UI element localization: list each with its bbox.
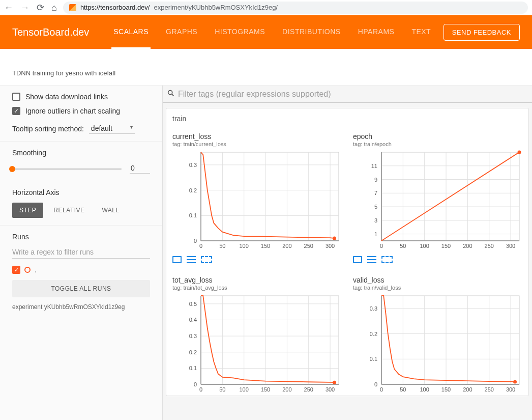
svg-text:100: 100: [420, 243, 429, 249]
charts-grid: current_loss tag: train/current_loss 00.…: [172, 132, 522, 396]
send-feedback-button[interactable]: SEND FEEDBACK: [444, 24, 520, 41]
checkbox-ignore-outliers[interactable]: [12, 107, 20, 115]
input-smoothing-value[interactable]: 0: [130, 164, 150, 174]
svg-text:0.4: 0.4: [189, 317, 197, 323]
row-ignore-outliers[interactable]: Ignore outliers in chart scaling: [12, 107, 150, 115]
sidebar-section-general: Show data download links Ignore outliers…: [0, 86, 162, 142]
run-item[interactable]: ✓ .: [12, 266, 150, 274]
fit-domain-icon[interactable]: [381, 256, 393, 263]
toggle-all-runs-button[interactable]: TOGGLE ALL RUNS: [12, 280, 150, 297]
svg-text:11: 11: [371, 163, 377, 169]
sidebar-section-runs: Runs ✓ . TOGGLE ALL RUNS experiment yKUb…: [0, 226, 162, 318]
svg-text:50: 50: [400, 243, 406, 249]
tag-group-title: train: [172, 115, 522, 123]
slider-thumb[interactable]: [9, 166, 15, 172]
svg-text:200: 200: [463, 243, 472, 249]
tab-scalars[interactable]: SCALARS: [111, 15, 151, 49]
svg-text:250: 250: [485, 386, 494, 393]
axis-buttons: STEP RELATIVE WALL: [12, 203, 150, 218]
chart-canvas[interactable]: 1357911050100150200250300: [353, 150, 522, 252]
svg-text:1: 1: [374, 231, 377, 237]
chart-canvas[interactable]: 00.10.20.3050100150200250300: [353, 294, 522, 396]
forward-icon[interactable]: →: [20, 3, 29, 12]
tab-graphs[interactable]: GRAPHS: [164, 15, 199, 49]
row-show-download[interactable]: Show data download links: [12, 93, 150, 101]
app-header: TensorBoard.dev SCALARS GRAPHS HISTOGRAM…: [0, 15, 532, 49]
fit-domain-icon[interactable]: [201, 256, 212, 263]
browser-bar: ← → ⟳ ⌂ https://tensorboard.dev/experime…: [0, 0, 532, 15]
label-smoothing: Smoothing: [12, 149, 150, 157]
main: Show data download links Ignore outliers…: [0, 86, 532, 420]
svg-point-87: [333, 381, 336, 384]
svg-text:0.2: 0.2: [189, 349, 197, 355]
svg-text:7: 7: [374, 190, 377, 196]
axis-button-step[interactable]: STEP: [12, 203, 43, 218]
svg-text:0.3: 0.3: [189, 162, 197, 168]
tab-text[interactable]: TEXT: [409, 15, 433, 49]
tab-distributions[interactable]: DISTRIBUTIONS: [280, 15, 343, 49]
svg-text:0.1: 0.1: [370, 356, 377, 362]
axis-button-wall[interactable]: WALL: [95, 203, 126, 218]
runs-regex-input[interactable]: [12, 246, 150, 259]
url-path: experiment/yKUbhb5wRmOSXYkId1z9eg/: [154, 4, 278, 11]
svg-text:200: 200: [282, 243, 291, 249]
chart-canvas[interactable]: 00.10.20.3050100150200250300: [172, 150, 342, 252]
svg-text:100: 100: [240, 243, 249, 249]
svg-text:0.1: 0.1: [189, 366, 197, 372]
chart-tot-avg-loss: tot_avg_loss tag: train/tot_avg_loss 00.…: [172, 275, 342, 396]
sidebar-section-axis: Horizontal Axis STEP RELATIVE WALL: [0, 181, 162, 226]
axis-button-relative[interactable]: RELATIVE: [46, 203, 92, 218]
home-icon[interactable]: ⌂: [51, 3, 57, 12]
site-icon: [69, 4, 76, 11]
url-bar[interactable]: https://tensorboard.dev/experiment/yKUbh…: [63, 2, 528, 14]
tab-hparams[interactable]: HPARAMS: [356, 15, 397, 49]
svg-text:0: 0: [194, 238, 197, 244]
svg-text:300: 300: [506, 243, 515, 249]
svg-text:150: 150: [261, 386, 270, 393]
run-checkbox[interactable]: ✓: [12, 266, 20, 274]
svg-text:150: 150: [261, 243, 270, 249]
svg-rect-88: [381, 296, 519, 384]
svg-text:0: 0: [374, 381, 377, 387]
svg-text:0: 0: [380, 386, 383, 393]
svg-text:0: 0: [194, 381, 197, 387]
svg-rect-2: [201, 152, 339, 241]
chart-title: current_loss: [172, 132, 342, 141]
chart-title: tot_avg_loss: [172, 275, 342, 285]
svg-text:250: 250: [304, 243, 313, 249]
select-tooltip-sort[interactable]: default: [89, 123, 135, 134]
logo-text[interactable]: TensorBoard.dev: [12, 26, 89, 38]
svg-text:0.5: 0.5: [189, 301, 197, 307]
run-color-icon: [24, 267, 31, 273]
checkbox-show-download[interactable]: [12, 93, 20, 101]
back-icon[interactable]: ←: [4, 3, 13, 12]
svg-text:250: 250: [485, 243, 494, 249]
slider-smoothing[interactable]: [12, 169, 122, 170]
page-subtitle: TDNN training for yesno with icefall: [0, 49, 532, 86]
chart-current-loss: current_loss tag: train/current_loss 00.…: [172, 132, 342, 266]
svg-text:50: 50: [400, 386, 406, 393]
svg-point-113: [513, 380, 517, 384]
svg-text:250: 250: [304, 386, 313, 393]
chart-canvas[interactable]: 00.10.20.30.40.5050100150200250300: [172, 294, 342, 396]
svg-text:300: 300: [506, 386, 515, 393]
url-host: https://tensorboard.dev/: [80, 4, 150, 11]
toggle-log-icon[interactable]: [187, 256, 196, 263]
tag-group-card: train current_loss tag: train/current_lo…: [166, 108, 529, 396]
svg-line-1: [172, 94, 174, 96]
expand-icon[interactable]: [172, 256, 182, 263]
row-tooltip-sort: Tooltip sorting method: default: [12, 123, 150, 134]
label-runs: Runs: [12, 233, 150, 241]
nav-tabs: SCALARS GRAPHS HISTOGRAMS DISTRIBUTIONS …: [111, 15, 433, 49]
reload-icon[interactable]: ⟳: [37, 3, 44, 12]
svg-text:9: 9: [374, 177, 377, 183]
label-ignore-outliers: Ignore outliers in chart scaling: [25, 107, 120, 115]
tab-histograms[interactable]: HISTOGRAMS: [213, 15, 267, 49]
svg-text:150: 150: [441, 386, 451, 393]
filter-tags-input[interactable]: [178, 90, 528, 99]
svg-text:0.3: 0.3: [189, 333, 197, 339]
expand-icon[interactable]: [353, 256, 362, 263]
chart-tag: tag: train/tot_avg_loss: [172, 285, 342, 291]
toggle-log-icon[interactable]: [367, 256, 376, 263]
sidebar: Show data download links Ignore outliers…: [0, 86, 163, 420]
